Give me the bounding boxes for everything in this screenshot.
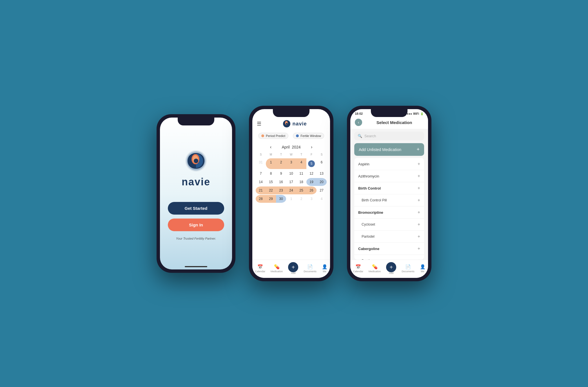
med-name-birth-control-pill: Birth Control Pill: [362, 198, 387, 202]
notch: [273, 109, 309, 117]
med-name-birth-control: Birth Control: [358, 186, 381, 190]
nav-calendar-label: Calendar: [255, 270, 265, 273]
nav3-add[interactable]: + Add: [386, 262, 396, 274]
med-item-azithromycin[interactable]: Azithromycin +: [354, 170, 424, 182]
add-unlisted-button[interactable]: Add Unlisted Medication +: [354, 143, 424, 156]
get-started-button[interactable]: Get Started: [168, 202, 224, 215]
cal-cell-1[interactable]: 1: [266, 158, 276, 169]
navie-small-icon: [283, 120, 291, 128]
medication-header: ‹ Select Medication: [350, 116, 428, 129]
med-item-birth-control-pill[interactable]: Birth Control Pill +: [354, 194, 424, 206]
med-name-bromocriptine: Bromocriptine: [358, 210, 383, 215]
cal-cell-20[interactable]: 20: [317, 178, 327, 186]
cal-cell-17[interactable]: 17: [286, 178, 296, 186]
cal-cell-11[interactable]: 11: [296, 170, 306, 177]
logo-text: navie: [182, 176, 210, 188]
cal-cell-24[interactable]: 24: [286, 186, 296, 194]
bottom-nav-3: 📅 Calendar 💊 Medication + Add 📄 Document…: [350, 260, 428, 278]
calendar-screen: ☰ navie Period Pr: [252, 109, 330, 278]
med-category-cabergoline[interactable]: Cabergoline +: [354, 243, 424, 255]
cal-cell-31-other[interactable]: 31: [256, 158, 266, 169]
back-icon: ‹: [358, 120, 359, 125]
sign-in-button[interactable]: Sign In: [168, 219, 224, 231]
day-fri: F: [306, 152, 317, 157]
cal-cell-26[interactable]: 26: [306, 186, 317, 194]
calendar-week-5: 28 29 30 1 2 3 4: [256, 195, 327, 203]
day-tue: T: [276, 152, 286, 157]
cal-cell-7[interactable]: 7: [256, 170, 266, 177]
add-aspirin-icon: +: [418, 161, 420, 166]
documents-icon: 📄: [307, 264, 313, 269]
calendar-days-header: S M T W T F S: [256, 152, 327, 157]
nav3-medication-label: Medication: [369, 270, 381, 273]
medication-icon: 💊: [274, 264, 280, 269]
add-unlisted-label: Add Unlisted Medication: [359, 147, 401, 152]
status-icons: ●●● WiFi 🔋: [407, 112, 424, 115]
med-item-dostinex[interactable]: Dostinex +: [354, 255, 424, 260]
cal-cell-4[interactable]: 4: [296, 158, 306, 169]
cal-cell-30[interactable]: 30: [276, 195, 286, 203]
cal-cell-8[interactable]: 8: [266, 170, 276, 177]
cal-cell-23[interactable]: 23: [276, 186, 286, 194]
cal-cell-14[interactable]: 14: [256, 178, 266, 186]
nav3-documents-label: Documents: [402, 270, 415, 273]
nav3-medication[interactable]: 💊 Medication: [369, 264, 381, 273]
med-name-parlodel: Parlodel: [362, 235, 375, 238]
search-bar[interactable]: 🔍 Search: [354, 132, 424, 140]
phone-calendar: ☰ navie Period Pr: [249, 106, 333, 281]
cal-cell-3[interactable]: 3: [286, 158, 296, 169]
wifi-icon: WiFi: [413, 112, 419, 115]
calendar-week-1: 31 1 2 3 4 5 6: [256, 158, 327, 169]
cal-cell-may1[interactable]: 1: [286, 195, 296, 203]
signal-icon: ●●●: [407, 112, 412, 115]
med-item-parlodel[interactable]: Parlodel +: [354, 231, 424, 243]
cal-cell-may4[interactable]: 4: [317, 195, 327, 203]
cal-cell-21[interactable]: 21: [256, 186, 266, 194]
med-item-aspirin[interactable]: Aspirin +: [354, 158, 424, 170]
nav-me[interactable]: 👤 Me: [322, 264, 328, 273]
cal-cell-9[interactable]: 9: [276, 170, 286, 177]
home-indicator: [185, 266, 207, 267]
calendar-week-2: 7 8 9 10 11 12 13: [256, 170, 327, 177]
period-legend-label: Period Predict: [266, 134, 285, 138]
cal-cell-may2[interactable]: 2: [296, 195, 306, 203]
cal-cell-2[interactable]: 2: [276, 158, 286, 169]
notch: [371, 109, 407, 117]
cal-cell-may3[interactable]: 3: [306, 195, 317, 203]
add-cabergoline-icon: +: [418, 246, 420, 251]
nav3-documents[interactable]: 📄 Documents: [402, 264, 415, 273]
cal-cell-28[interactable]: 28: [256, 195, 266, 203]
med-item-cycloset[interactable]: Cycloset +: [354, 219, 424, 231]
add-cycloset-icon: +: [418, 222, 420, 227]
cal-cell-19[interactable]: 19: [306, 178, 317, 186]
phone-login: navie Get Started Sign In Your Trusted F…: [157, 114, 235, 273]
cal-cell-5[interactable]: 5: [306, 158, 317, 169]
cal-cell-10[interactable]: 10: [286, 170, 296, 177]
cal-cell-25[interactable]: 25: [296, 186, 306, 194]
nav-calendar[interactable]: 📅 Calendar: [255, 264, 265, 273]
nav-medication[interactable]: 💊 Medication: [271, 264, 283, 273]
med-category-birth-control[interactable]: Birth Control +: [354, 182, 424, 194]
prev-month-button[interactable]: ‹: [270, 145, 271, 150]
cal-cell-29[interactable]: 29: [266, 195, 276, 203]
nav-add-label: Add: [291, 272, 295, 274]
nav-documents-label: Documents: [304, 270, 317, 273]
cal-cell-6[interactable]: 6: [317, 158, 327, 169]
cal-cell-12[interactable]: 12: [306, 170, 317, 177]
nav-documents[interactable]: 📄 Documents: [304, 264, 317, 273]
next-month-button[interactable]: ›: [311, 145, 312, 150]
nav3-calendar[interactable]: 📅 Calendar: [353, 264, 363, 273]
cal-cell-13[interactable]: 13: [317, 170, 327, 177]
nav-add[interactable]: + Add: [288, 262, 298, 274]
med-category-bromocriptine[interactable]: Bromocriptine +: [354, 206, 424, 219]
menu-icon[interactable]: ☰: [257, 121, 261, 127]
cal-cell-16[interactable]: 16: [276, 178, 286, 186]
cal-cell-15[interactable]: 15: [266, 178, 276, 186]
cal-cell-18[interactable]: 18: [296, 178, 306, 186]
cal-cell-22[interactable]: 22: [266, 186, 276, 194]
cal-cell-27[interactable]: 27: [317, 186, 327, 194]
day-wed: W: [286, 152, 296, 157]
back-button[interactable]: ‹: [355, 119, 362, 126]
nav3-me[interactable]: 👤 Me: [420, 264, 426, 273]
login-screen: navie Get Started Sign In Your Trusted F…: [160, 118, 232, 269]
